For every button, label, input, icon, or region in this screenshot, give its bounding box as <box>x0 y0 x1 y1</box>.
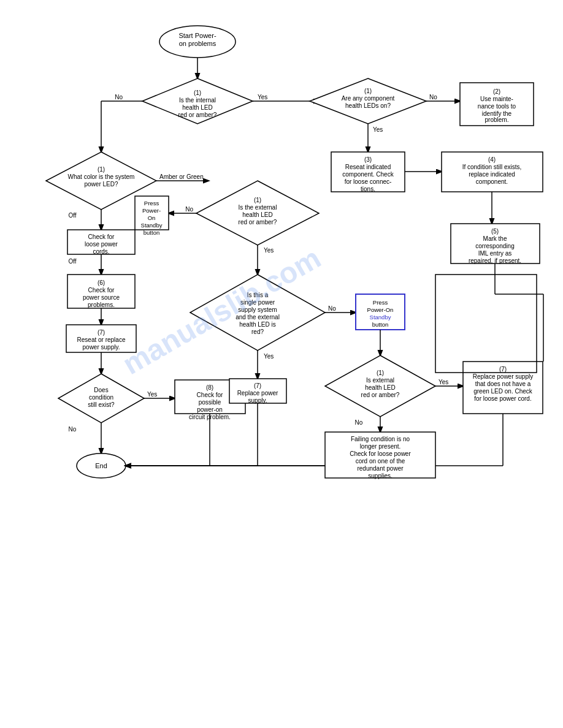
svg-text:supplies.: supplies. <box>368 472 392 479</box>
svg-text:Replace power: Replace power <box>237 390 278 396</box>
svg-text:loose power: loose power <box>85 241 118 248</box>
svg-text:nance tools to: nance tools to <box>478 103 516 110</box>
svg-text:problem.: problem. <box>485 116 509 123</box>
svg-text:supply.: supply. <box>248 397 267 404</box>
svg-text:redundant power: redundant power <box>357 465 404 472</box>
svg-text:End: End <box>95 462 107 469</box>
flowchart-svg: Start Power- on problems (1) Is the inte… <box>0 0 563 728</box>
svg-text:Standby: Standby <box>141 222 163 229</box>
svg-text:problems.: problems. <box>88 301 115 308</box>
svg-text:Yes: Yes <box>264 247 274 254</box>
svg-text:Yes: Yes <box>264 353 274 360</box>
svg-text:button: button <box>372 321 388 328</box>
svg-text:longer present.: longer present. <box>360 443 401 450</box>
svg-text:What color is the system: What color is the system <box>68 173 135 180</box>
svg-text:tions.: tions. <box>361 186 375 192</box>
svg-text:(6): (6) <box>98 279 105 286</box>
svg-text:red or amber?: red or amber? <box>361 392 400 398</box>
svg-text:Standby: Standby <box>370 314 391 320</box>
svg-text:Off: Off <box>68 212 76 219</box>
svg-text:Is external: Is external <box>366 377 394 384</box>
svg-text:Reseat or replace: Reseat or replace <box>77 336 126 343</box>
svg-text:Press: Press <box>144 200 159 207</box>
svg-text:(1): (1) <box>98 166 105 173</box>
svg-rect-156 <box>435 275 537 373</box>
svg-text:health LEDs on?: health LEDs on? <box>345 102 391 109</box>
svg-text:Power-: Power- <box>142 207 161 214</box>
svg-text:Check for: Check for <box>88 287 115 294</box>
svg-text:power source: power source <box>83 294 120 301</box>
svg-text:health LED: health LED <box>365 384 395 391</box>
svg-text:(4): (4) <box>488 156 496 163</box>
svg-text:No: No <box>328 305 336 312</box>
svg-text:Mark the: Mark the <box>483 235 507 242</box>
svg-text:power supply.: power supply. <box>83 344 120 351</box>
svg-text:repaired, if present.: repaired, if present. <box>469 257 521 264</box>
svg-text:(1): (1) <box>377 370 384 376</box>
svg-text:and the external: and the external <box>236 314 280 320</box>
svg-text:No: No <box>429 94 437 100</box>
svg-text:for loose connec-: for loose connec- <box>345 178 392 185</box>
svg-text:(3): (3) <box>364 156 372 163</box>
svg-text:On: On <box>148 214 156 221</box>
svg-text:single power: single power <box>240 299 275 306</box>
svg-text:cord on one of the: cord on one of the <box>356 458 405 464</box>
svg-text:Reseat indicated: Reseat indicated <box>345 164 391 170</box>
svg-text:No: No <box>185 206 193 213</box>
svg-text:green LED on. Check: green LED on. Check <box>473 388 533 395</box>
svg-text:Press: Press <box>373 299 388 306</box>
svg-text:(1): (1) <box>364 88 372 94</box>
svg-text:power LED?: power LED? <box>84 181 118 188</box>
svg-text:red?: red? <box>251 328 264 335</box>
svg-text:Yes: Yes <box>258 94 267 100</box>
svg-text:replace indicated: replace indicated <box>469 171 515 178</box>
svg-text:Amber or Green: Amber or Green <box>159 173 204 180</box>
svg-text:cords.: cords. <box>93 248 109 255</box>
svg-text:(1): (1) <box>194 89 201 96</box>
svg-text:(7): (7) <box>98 329 105 336</box>
svg-text:red or amber?: red or amber? <box>239 219 277 226</box>
svg-text:If condition still exists,: If condition still exists, <box>462 164 522 170</box>
svg-text:health LED: health LED <box>182 104 212 111</box>
diagram-container: Start Power- on problems (1) Is the inte… <box>0 0 563 728</box>
svg-text:Yes: Yes <box>373 126 383 133</box>
svg-text:power-on: power-on <box>197 406 223 413</box>
svg-text:Is the internal: Is the internal <box>179 97 216 104</box>
svg-text:(7): (7) <box>499 366 507 373</box>
svg-text:condition: condition <box>89 394 113 401</box>
svg-text:Check for loose power: Check for loose power <box>350 450 411 457</box>
svg-text:Does: Does <box>94 387 108 393</box>
svg-text:(8): (8) <box>206 384 213 391</box>
svg-text:Replace power supply: Replace power supply <box>473 373 533 380</box>
svg-text:No: No <box>69 426 77 433</box>
svg-text:health LED: health LED <box>242 211 272 218</box>
svg-text:Yes: Yes <box>147 391 157 398</box>
svg-text:on problems: on problems <box>179 40 216 47</box>
svg-text:No: No <box>355 419 363 426</box>
svg-text:for loose power cord.: for loose power cord. <box>474 395 531 402</box>
svg-text:possible: possible <box>199 399 221 406</box>
svg-text:No: No <box>115 94 123 100</box>
svg-text:Use mainte-: Use mainte- <box>480 96 513 102</box>
svg-text:(2): (2) <box>493 88 500 95</box>
svg-text:Check for: Check for <box>197 392 223 398</box>
svg-text:Is this a: Is this a <box>247 292 269 298</box>
svg-text:Failing condition is no: Failing condition is no <box>351 436 410 442</box>
svg-text:corresponding: corresponding <box>475 243 514 249</box>
svg-text:Start Power-: Start Power- <box>178 32 216 39</box>
svg-text:button: button <box>144 229 159 236</box>
svg-text:component. Check: component. Check <box>342 171 394 178</box>
svg-text:(5): (5) <box>491 228 499 235</box>
svg-text:Check for: Check for <box>88 233 115 240</box>
svg-text:component.: component. <box>476 178 508 185</box>
svg-text:(1): (1) <box>254 197 261 203</box>
svg-text:Are any component: Are any component <box>342 95 395 102</box>
svg-text:Yes: Yes <box>439 379 448 385</box>
svg-text:supply system: supply system <box>238 306 277 313</box>
svg-text:red or amber?: red or amber? <box>178 112 217 118</box>
svg-text:Off: Off <box>68 258 76 265</box>
svg-text:still exist?: still exist? <box>88 401 115 408</box>
svg-text:that does not have a: that does not have a <box>475 381 531 387</box>
svg-text:Is the external: Is the external <box>239 204 277 211</box>
svg-text:health LED is: health LED is <box>239 321 275 328</box>
